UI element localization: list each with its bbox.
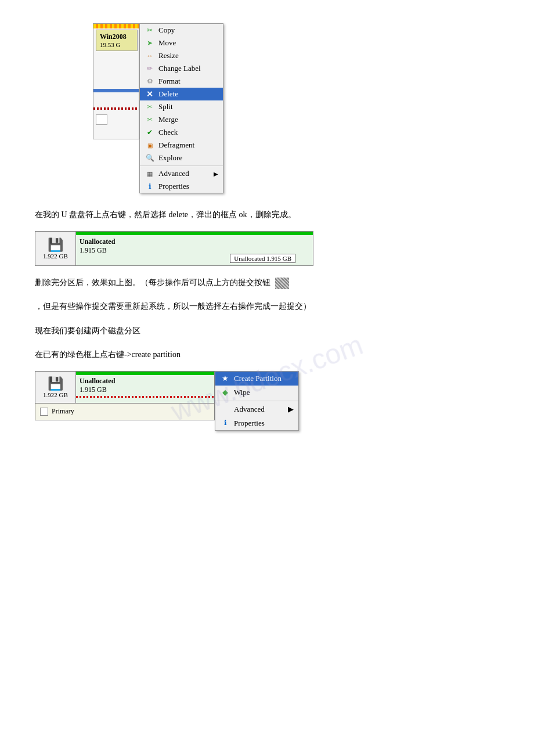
menu-item-explore[interactable]: 🔍 Explore: [140, 152, 223, 164]
unalloc-size-2: 1.915 GB: [80, 386, 211, 394]
text-paragraph-4: 在已有的绿色框上点右键->create partition: [35, 347, 499, 362]
disk-size-1: 1.922 GB: [43, 253, 68, 260]
disk-block-2: 💾 1.922 GB Unallocated 1.915 GB Primary: [35, 371, 215, 420]
format-icon: ⚙: [145, 77, 155, 86]
yellow-stripe: [93, 24, 139, 28]
disk-top-2: 💾 1.922 GB Unallocated 1.915 GB: [35, 372, 214, 404]
delete-label: Delete: [158, 89, 178, 99]
dotted-bar: [93, 107, 139, 110]
disk-right-1: Unallocated 1.915 GB Unallocated 1.915 G…: [76, 232, 313, 265]
unalloc-2: Unallocated 1.915 GB: [76, 375, 214, 396]
disk-icon-1: 💾: [48, 237, 63, 253]
delete-icon: ✕: [145, 89, 155, 99]
partition-name: Win2008: [100, 33, 134, 41]
text-paragraph-3: 现在我们要创建两个磁盘分区: [35, 323, 499, 338]
changelabel-label: Change Label: [158, 64, 201, 73]
menu-item-advanced[interactable]: ▦ Advanced ▶: [140, 167, 223, 180]
properties2-icon: ℹ: [220, 419, 230, 428]
menu-item-merge[interactable]: ✂ Merge: [140, 113, 223, 126]
split-label: Split: [158, 102, 173, 111]
defrag-label: Defragment: [158, 141, 194, 150]
disk-display-1: 💾 1.922 GB Unallocated 1.915 GB Unalloca…: [35, 231, 313, 266]
changelabel-icon: ✏: [145, 64, 155, 73]
menu-item-changelabel[interactable]: ✏ Change Label: [140, 62, 223, 75]
properties-label: Properties: [158, 182, 189, 191]
menu2-item-properties[interactable]: ℹ Properties: [215, 416, 298, 430]
check-label: Check: [158, 128, 178, 137]
menu-item-check[interactable]: ✔ Check: [140, 126, 223, 139]
primary-label: Primary: [52, 407, 74, 416]
create-icon: ★: [220, 374, 230, 383]
text2-part2: ，但是有些操作提交需要重新起系统，所以一般选择左右操作完成一起提交）: [35, 302, 311, 311]
menu2-item-create[interactable]: ★ Create Partition: [215, 372, 298, 386]
partition-size: 19.53 G: [100, 41, 134, 48]
copy-icon: ✂: [145, 26, 155, 35]
merge-label: Merge: [158, 115, 178, 124]
properties2-label: Properties: [234, 419, 265, 428]
menu2-item-advanced[interactable]: Advanced ▶: [215, 402, 298, 416]
small-block: [96, 114, 107, 125]
menu-item-defrag[interactable]: ▣ Defragment: [140, 139, 223, 152]
disk-left-info-1: 💾 1.922 GB: [35, 232, 76, 265]
partition-label: Win2008 19.53 G: [96, 30, 138, 51]
properties-icon: ℹ: [145, 182, 155, 191]
disk-info-2: 💾 1.922 GB: [35, 372, 76, 403]
menu2-sep: [215, 401, 298, 401]
red-dotted-2: [76, 396, 214, 398]
defrag-icon: ▣: [145, 141, 155, 150]
submit-button-icon: [275, 278, 289, 289]
unalloc-label-1: Unallocated: [80, 237, 309, 246]
menu-item-properties[interactable]: ℹ Properties: [140, 180, 223, 193]
advanced-label: Advanced: [158, 169, 189, 178]
menu-item-resize[interactable]: ↔ Resize: [140, 49, 223, 62]
advanced2-label: Advanced: [234, 405, 265, 414]
advanced2-arrow: ▶: [288, 405, 294, 414]
text-paragraph-1: 在我的 U 盘盘符上点右键，然后选择 delete，弹出的框点 ok，删除完成。: [35, 207, 499, 222]
explore-icon: 🔍: [145, 153, 155, 163]
menu-sep-1: [140, 165, 223, 166]
partition-bar: Win2008 19.53 G: [93, 23, 139, 139]
copy-label: Copy: [158, 26, 175, 35]
split-icon: ✂: [145, 102, 155, 111]
advanced-icon: ▦: [145, 169, 155, 178]
blue-bar: [93, 89, 139, 92]
disk-tag-1: Unallocated 1.915 GB: [230, 254, 295, 263]
section-context-menu: Win2008 19.53 G ✂ Copy ➤ Move ↔ Resize ✏…: [93, 23, 499, 193]
text3-content: 现在我们要创建两个磁盘分区: [35, 326, 140, 335]
unalloc-label-2: Unallocated: [80, 377, 211, 386]
disk-size-2: 1.922 GB: [43, 391, 68, 398]
text1-content: 在我的 U 盘盘符上点右键，然后选择 delete，弹出的框点 ok，删除完成。: [35, 210, 296, 219]
disk-right-2: Unallocated 1.915 GB: [76, 372, 214, 403]
section-create-partition: 💾 1.922 GB Unallocated 1.915 GB Primary …: [35, 371, 383, 431]
wipe-icon: ◆: [220, 388, 230, 397]
menu-item-move[interactable]: ➤ Move: [140, 37, 223, 49]
menu-item-delete[interactable]: ✕ Delete: [140, 88, 223, 100]
text-paragraph-2b: ，但是有些操作提交需要重新起系统，所以一般选择左右操作完成一起提交）: [35, 299, 499, 314]
menu2-item-wipe[interactable]: ◆ Wipe: [215, 386, 298, 399]
merge-icon: ✂: [145, 115, 155, 124]
create-label: Create Partition: [234, 374, 282, 383]
disk-icon-2: 💾: [48, 376, 63, 391]
resize-icon: ↔: [145, 51, 155, 60]
advanced-arrow: ▶: [214, 171, 218, 177]
disk-bottom-2: Primary: [35, 404, 214, 420]
wipe-label: Wipe: [234, 388, 250, 397]
menu-item-copy[interactable]: ✂ Copy: [140, 24, 223, 37]
context-menu-1: ✂ Copy ➤ Move ↔ Resize ✏ Change Label ⚙ …: [139, 23, 223, 193]
menu-item-format[interactable]: ⚙ Format: [140, 75, 223, 88]
advanced2-icon: [220, 405, 230, 414]
text-paragraph-2: 删除完分区后，效果如上图。（每步操作后可以点上方的提交按钮: [35, 275, 499, 290]
text2-part1: 删除完分区后，效果如上图。（每步操作后可以点上方的提交按钮: [35, 278, 270, 287]
explore-label: Explore: [158, 153, 182, 163]
move-icon: ➤: [145, 38, 155, 48]
move-label: Move: [158, 38, 176, 48]
checkbox-primary[interactable]: [40, 408, 48, 416]
menu-item-split[interactable]: ✂ Split: [140, 100, 223, 113]
context-menu-2: ★ Create Partition ◆ Wipe Advanced ▶ ℹ P…: [215, 371, 299, 431]
check-icon: ✔: [145, 128, 155, 137]
format-label: Format: [158, 77, 181, 86]
resize-label: Resize: [158, 51, 179, 60]
text4-content: 在已有的绿色框上点右键->create partition: [35, 350, 181, 359]
